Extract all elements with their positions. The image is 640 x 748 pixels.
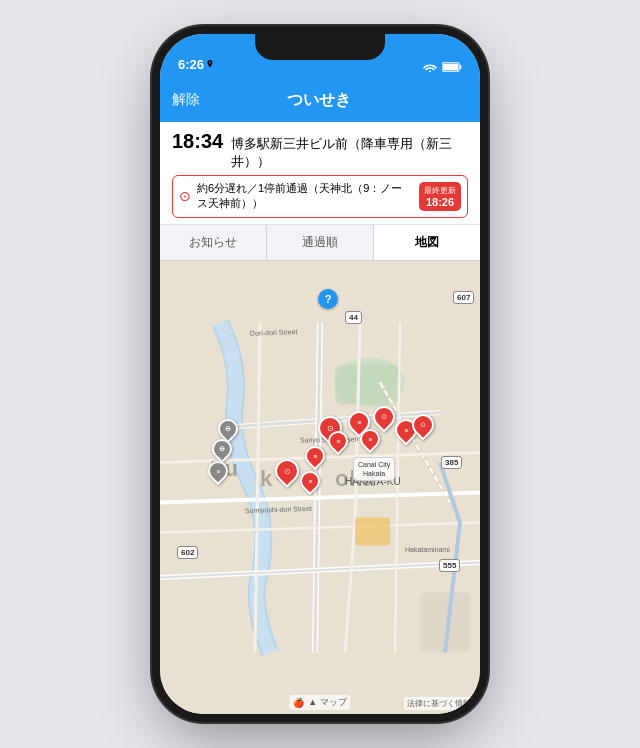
stop-time-line: 18:34 博多駅新三井ビル前（降車専用（新三井）） [172, 130, 468, 171]
map-attribution-right[interactable]: 法律に基づく情報 [404, 697, 474, 710]
bus-stop-pin-red-4[interactable]: ≡ [328, 431, 348, 451]
phone-frame: 6:26 解除 ついせき 18:34 博多駅新三井ビル前（降車専用（新三井）） … [160, 34, 480, 714]
bus-stop-pin-gray-1[interactable]: ⊖ [218, 419, 238, 439]
battery-icon [442, 62, 462, 72]
street-label-hakata: Hakataminami [405, 546, 450, 553]
map-attribution: 🍎 ▲ マップ [289, 695, 350, 710]
info-section: 18:34 博多駅新三井ビル前（降車専用（新三井）） ⊙ 約6分遅れ／1停前通過… [160, 122, 480, 225]
bus-stop-pin-red-3[interactable]: ⊙ [373, 406, 395, 428]
alert-icon: ⊙ [179, 188, 191, 204]
refresh-label: 最終更新 [424, 185, 456, 196]
refresh-time: 18:26 [426, 196, 454, 208]
bus-stop-pin-gray-3[interactable]: ≡ [208, 461, 228, 481]
bus-stop-pin-gray-2[interactable]: ⊖ [212, 439, 232, 459]
tab-bar: お知らせ 通過順 地図 [160, 225, 480, 261]
refresh-badge[interactable]: 最終更新 18:26 [419, 182, 461, 211]
alert-text: 約6分遅れ／1停前通過（天神北（9：ノース天神前）） [197, 181, 413, 212]
nav-bar: 解除 ついせき [160, 78, 480, 122]
svg-rect-1 [460, 65, 461, 69]
notch [255, 34, 385, 60]
tab-notifications[interactable]: お知らせ [160, 225, 267, 260]
location-icon [206, 60, 214, 70]
status-time: 6:26 [178, 57, 214, 72]
bus-stop-pin-red-9[interactable]: ≡ [305, 446, 325, 466]
alert-row: ⊙ 約6分遅れ／1停前通過（天神北（9：ノース天神前）） 最終更新 18:26 [172, 175, 468, 218]
svg-rect-6 [355, 517, 390, 545]
road-badge-555: 555 [439, 559, 460, 572]
page-title: ついせき [287, 90, 351, 111]
wifi-icon [423, 62, 437, 72]
bus-stop-pin-red-8[interactable]: ≡ [300, 471, 320, 491]
road-badge-44: 44 [345, 311, 362, 324]
street-label-dori: Dori-dori Street [250, 328, 298, 337]
apple-maps-logo: 🍎 [293, 698, 304, 708]
poi-canal-city: Canal CityHakata [353, 457, 395, 481]
status-icons [423, 62, 462, 72]
help-button[interactable]: ? [318, 289, 338, 309]
tab-order[interactable]: 通過順 [267, 225, 374, 260]
stop-name: 博多駅新三井ビル前（降車専用（新三井）） [231, 135, 468, 171]
bus-stop-pin-red-7[interactable]: ⊙ [275, 459, 299, 483]
map-area[interactable]: Dori-dori Street Sanyo Shinkansen Sumiyo… [160, 261, 480, 714]
departure-time: 18:34 [172, 130, 223, 153]
cancel-button[interactable]: 解除 [172, 91, 200, 109]
map-background [160, 261, 480, 714]
bus-stop-pin-red-10[interactable]: ≡ [360, 429, 380, 449]
road-badge-385: 385 [441, 456, 462, 469]
road-badge-602: 602 [177, 546, 198, 559]
bus-stop-pin-red-6[interactable]: ⊙ [412, 414, 434, 436]
svg-rect-2 [443, 64, 458, 70]
road-badge-607: 607 [453, 291, 474, 304]
tab-map[interactable]: 地図 [374, 225, 480, 260]
